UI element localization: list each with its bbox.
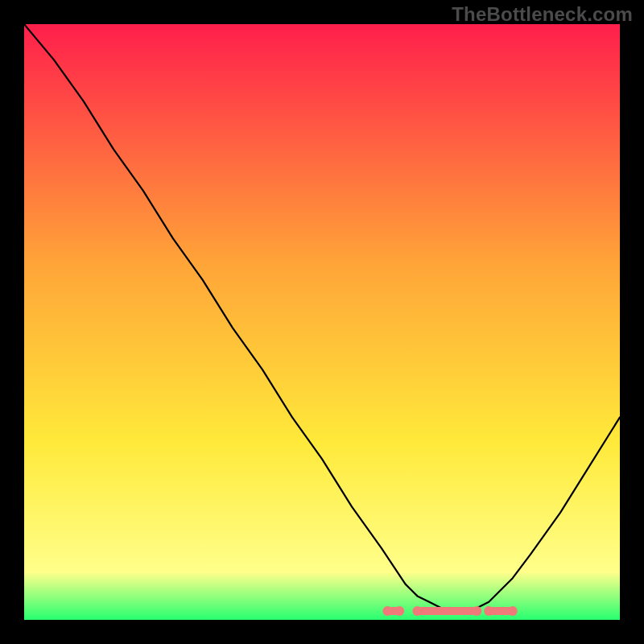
marker-dot-0-1 (394, 606, 404, 616)
marker-dot-2-0 (484, 606, 493, 616)
marker-dot-1-1 (472, 606, 481, 616)
chart-frame: TheBottleneck.com (0, 0, 644, 644)
marker-dot-0-0 (382, 606, 392, 616)
gradient-background (24, 24, 620, 620)
plot-area (24, 24, 620, 620)
marker-dot-2-1 (508, 606, 518, 616)
marker-dot-1-0 (412, 606, 422, 616)
watermark-text: TheBottleneck.com (452, 3, 633, 26)
chart-svg (24, 24, 620, 620)
